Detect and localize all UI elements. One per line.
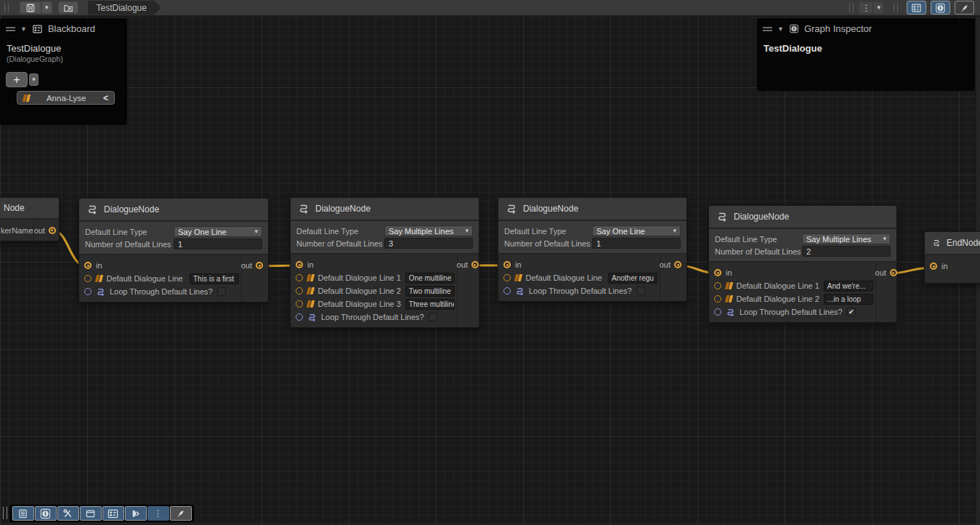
chevron-left-icon[interactable]: < bbox=[103, 93, 108, 103]
blackboard-field-anna-lyse[interactable]: Anna-Lyse < bbox=[17, 91, 115, 105]
end-node[interactable]: EndNode in bbox=[924, 231, 980, 284]
loop-port[interactable] bbox=[503, 287, 511, 294]
add-property-dropdown-button[interactable]: ▾ bbox=[29, 73, 39, 86]
blackboard-header[interactable]: ▼ Blackboard bbox=[0, 18, 127, 37]
start-node-header[interactable]: Node bbox=[0, 198, 59, 220]
info-icon bbox=[789, 24, 799, 33]
dialogue-node-2[interactable]: DialogueNode Default Line Type Say Multi… bbox=[290, 197, 479, 328]
open-asset-button[interactable] bbox=[58, 1, 78, 14]
save-button[interactable] bbox=[20, 1, 41, 14]
loop-icon bbox=[307, 313, 317, 322]
dialogue-line-icon bbox=[726, 282, 732, 289]
in-port[interactable] bbox=[296, 261, 303, 268]
dialogue-line-input[interactable]: Another regu bbox=[608, 273, 657, 284]
graph-inspector-panel: ▼ Graph Inspector TestDialogue bbox=[757, 18, 975, 91]
save-icon bbox=[25, 3, 36, 13]
num-lines-input[interactable]: 3 bbox=[384, 238, 473, 249]
dialogue-line-port[interactable] bbox=[296, 300, 303, 308]
line-type-dropdown[interactable]: Say One Line ▾ bbox=[174, 226, 262, 237]
dialogue-node-icon bbox=[298, 203, 309, 215]
dialogue-line-label: Default Dialogue Line 2 bbox=[318, 286, 401, 295]
loop-checkbox[interactable] bbox=[636, 286, 645, 295]
in-port[interactable] bbox=[714, 269, 721, 276]
num-lines-input[interactable]: 1 bbox=[592, 238, 681, 249]
drag-handle-icon[interactable] bbox=[6, 26, 15, 32]
in-port[interactable] bbox=[84, 262, 92, 269]
loop-port[interactable] bbox=[84, 288, 92, 295]
toggle-dialogue-preview-button[interactable] bbox=[125, 506, 147, 521]
dialogue-line-port[interactable] bbox=[714, 282, 721, 289]
toggle-console-button[interactable] bbox=[12, 506, 34, 521]
line-type-dropdown[interactable]: Say Multiple Lines ▾ bbox=[802, 233, 891, 244]
options-kebab-button[interactable]: ⋮ bbox=[859, 1, 873, 14]
toggle-blackboard-button[interactable] bbox=[907, 1, 926, 15]
node-title: DialogueNode bbox=[523, 204, 578, 214]
out-port[interactable] bbox=[890, 269, 897, 276]
dialogue-node-1[interactable]: DialogueNode Default Line Type Say One L… bbox=[78, 198, 269, 302]
dialogue-line-port[interactable] bbox=[503, 274, 511, 281]
out-port[interactable] bbox=[674, 261, 681, 268]
dialogue-line-label: Default Dialogue Line 3 bbox=[318, 300, 401, 308]
out-port[interactable] bbox=[471, 261, 479, 268]
toolbar-grip[interactable] bbox=[4, 3, 9, 12]
toggle-window-button[interactable] bbox=[80, 506, 102, 521]
in-port[interactable] bbox=[930, 262, 937, 270]
out-port-label: out bbox=[457, 260, 468, 269]
dialogue-line-port[interactable] bbox=[296, 287, 303, 294]
loop-port[interactable] bbox=[714, 308, 721, 316]
save-dropdown-button[interactable]: ▾ bbox=[41, 1, 52, 14]
loop-checkbox[interactable] bbox=[217, 287, 226, 296]
dialogue-line-input[interactable]: Two multiline bbox=[405, 286, 455, 297]
dialogue-line-input[interactable]: And we're... bbox=[824, 281, 873, 292]
add-property-button[interactable]: + bbox=[6, 72, 28, 87]
tab-testdialogue[interactable]: TestDialogue bbox=[88, 1, 161, 15]
out-port[interactable] bbox=[49, 227, 56, 234]
dialogue-line-input[interactable]: One multiline bbox=[405, 273, 455, 284]
more-options-button[interactable]: ⋮ bbox=[147, 506, 169, 521]
kebab-icon: ⋮ bbox=[154, 508, 163, 518]
node-header[interactable]: DialogueNode bbox=[498, 198, 687, 221]
toggle-tools-button[interactable] bbox=[57, 506, 79, 521]
toggle-quill-button[interactable] bbox=[955, 1, 974, 15]
collapse-arrow-icon[interactable]: ▼ bbox=[20, 25, 27, 33]
node-header[interactable]: DialogueNode bbox=[709, 206, 896, 229]
toggle-quill-button[interactable] bbox=[170, 506, 192, 521]
toggle-blackboard-button[interactable] bbox=[102, 506, 124, 521]
dialogue-line-port[interactable] bbox=[714, 295, 721, 302]
num-lines-input[interactable]: 2 bbox=[802, 246, 891, 257]
in-port[interactable] bbox=[503, 261, 511, 268]
options-dropdown-button[interactable]: ▾ bbox=[873, 1, 884, 14]
bottom-toolbar: ⋮ bbox=[9, 505, 194, 522]
loop-checkbox[interactable]: ✔ bbox=[847, 308, 856, 316]
drag-handle-icon[interactable] bbox=[763, 26, 772, 32]
dialogue-line-icon bbox=[307, 274, 314, 281]
end-node-header[interactable]: EndNode bbox=[925, 232, 980, 255]
line-type-dropdown[interactable]: Say One Line ▾ bbox=[592, 225, 681, 236]
bottom-toolbar-grip[interactable] bbox=[3, 507, 7, 519]
loop-port[interactable] bbox=[296, 313, 303, 321]
tab-label: TestDialogue bbox=[97, 3, 147, 13]
dialogue-line-port[interactable] bbox=[296, 274, 303, 281]
node-header[interactable]: DialogueNode bbox=[291, 198, 479, 221]
dialogue-node-4[interactable]: DialogueNode Default Line Type Say Multi… bbox=[708, 205, 897, 323]
loop-checkbox[interactable] bbox=[429, 313, 437, 321]
dialogue-line-input[interactable]: ...in a loop bbox=[824, 294, 873, 305]
out-port[interactable] bbox=[256, 262, 263, 269]
dialogue-line-input[interactable]: Three multiline bbox=[405, 299, 455, 310]
dialogue-line-port[interactable] bbox=[84, 275, 92, 282]
toolbar-grip[interactable] bbox=[894, 3, 898, 12]
start-node[interactable]: Node kerName out bbox=[0, 197, 60, 241]
loop-label: Loop Through Default Lines? bbox=[110, 287, 213, 296]
graph-inspector-header[interactable]: ▼ Graph Inspector bbox=[757, 18, 975, 37]
collapse-arrow-icon[interactable]: ▼ bbox=[777, 25, 784, 33]
toggle-inspector-button[interactable] bbox=[35, 506, 57, 521]
node-title: Node bbox=[4, 203, 25, 213]
dialogue-node-3[interactable]: DialogueNode Default Line Type Say One L… bbox=[498, 197, 687, 302]
line-type-dropdown[interactable]: Say Multiple Lines ▾ bbox=[384, 225, 473, 236]
tools-icon bbox=[62, 508, 73, 519]
node-header[interactable]: DialogueNode bbox=[79, 199, 268, 222]
toggle-graph-inspector-button[interactable] bbox=[931, 1, 950, 15]
dialogue-line-input[interactable]: This is a first bbox=[190, 273, 239, 284]
toolbar-grip[interactable] bbox=[849, 3, 854, 12]
num-lines-input[interactable]: 1 bbox=[174, 239, 262, 249]
